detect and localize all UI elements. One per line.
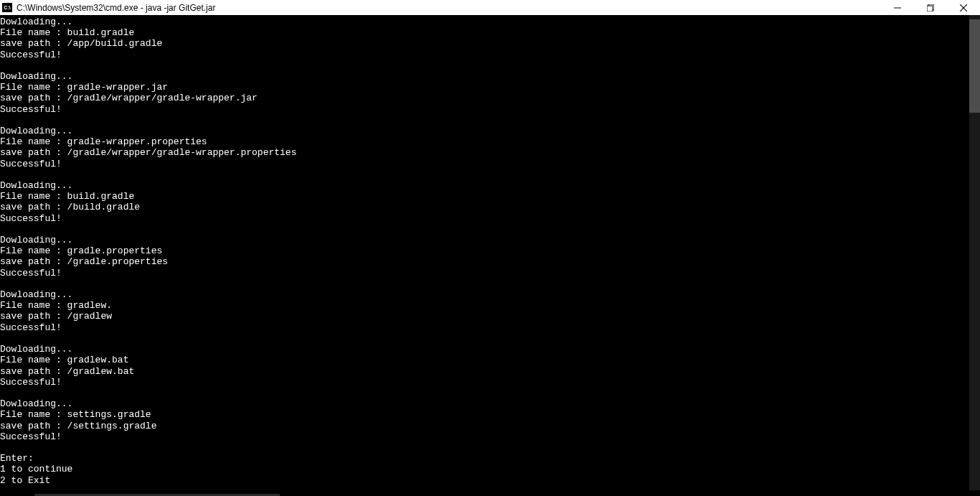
window-title: C:\Windows\System32\cmd.exe - java -jar … [17, 3, 215, 13]
svg-rect-2 [927, 6, 933, 11]
titlebar[interactable]: C:\ C:\Windows\System32\cmd.exe - java -… [0, 0, 980, 15]
cmd-icon: C:\ [2, 3, 12, 12]
minimize-button[interactable] [881, 0, 914, 15]
close-icon [960, 4, 967, 11]
close-button[interactable] [947, 0, 980, 15]
maximize-icon [927, 4, 934, 11]
vertical-scrollbar[interactable] [969, 15, 980, 496]
console-output[interactable]: Dowloading... File name : build.gradle s… [0, 15, 980, 496]
scrollbar-thumb[interactable] [969, 19, 980, 113]
bottom-border [0, 490, 980, 496]
maximize-button[interactable] [914, 0, 947, 15]
minimize-icon [894, 4, 901, 11]
window-controls [881, 0, 980, 15]
console-content: Dowloading... File name : build.gradle s… [0, 15, 980, 486]
scrollbar-track[interactable] [969, 15, 980, 496]
